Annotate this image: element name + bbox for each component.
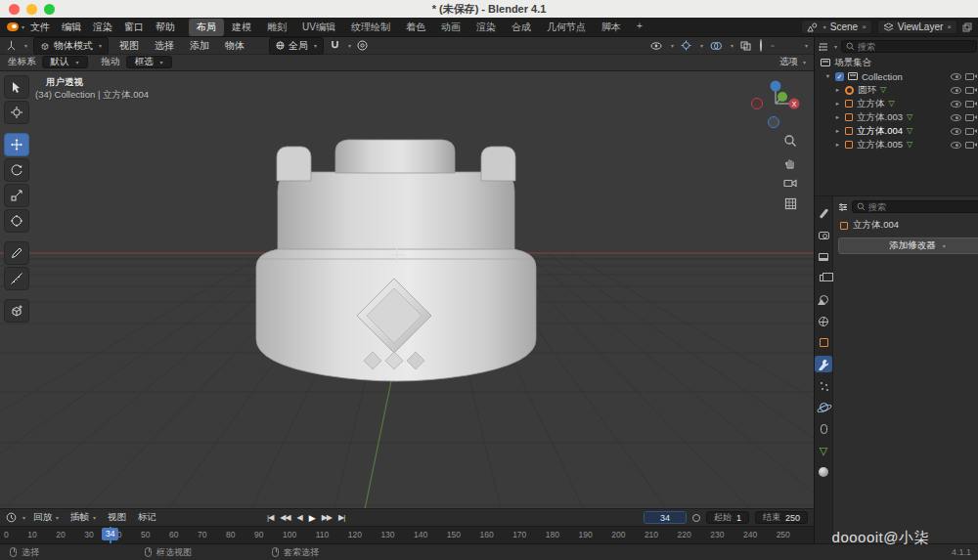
hide-viewport-icon[interactable]	[951, 101, 961, 108]
tab-world[interactable]	[815, 313, 832, 329]
shading-rendered-button[interactable]	[792, 45, 796, 47]
tool-annotate[interactable]	[4, 241, 29, 265]
tab-output[interactable]	[815, 248, 832, 265]
workspace-tab-layout[interactable]: 布局	[189, 19, 224, 36]
editor-type-timeline-icon[interactable]	[6, 512, 17, 523]
workspace-tab-texture-paint[interactable]: 纹理绘制	[343, 19, 398, 36]
hide-viewport-icon[interactable]	[951, 142, 961, 149]
workspace-tab-rendering[interactable]: 渲染	[468, 19, 504, 36]
current-frame-field[interactable]: 34	[644, 511, 687, 524]
toggle-ortho-icon[interactable]	[784, 197, 797, 210]
menu-file[interactable]: 文件	[24, 21, 56, 34]
proportional-editing-icon[interactable]	[357, 40, 368, 51]
auto-keying-icon[interactable]	[692, 514, 700, 522]
timeline-menu-playback[interactable]: 回放▾	[29, 511, 63, 524]
expand-icon[interactable]: ▸	[834, 141, 841, 149]
outliner-row-torus[interactable]: ▸ 圆环 ▽	[815, 83, 978, 97]
outliner-row-collection[interactable]: ▾ ✓ Collection	[815, 69, 978, 83]
editor-type-outliner-icon[interactable]	[819, 42, 828, 52]
tab-modifiers[interactable]	[815, 356, 832, 372]
shading-solid-button[interactable]	[771, 45, 775, 47]
next-keyframe-button[interactable]: ▶▶	[322, 513, 332, 522]
expand-icon[interactable]: ▸	[834, 127, 841, 135]
tab-object[interactable]	[815, 334, 832, 351]
tab-constraints[interactable]	[815, 420, 832, 437]
hide-viewport-icon[interactable]	[951, 73, 961, 80]
menu-edit[interactable]: 编辑	[56, 21, 87, 34]
scene-unlink-icon[interactable]: ×	[862, 22, 867, 31]
workspace-tab-geometry-nodes[interactable]: 几何节点	[539, 19, 594, 36]
menu-window[interactable]: 窗口	[118, 21, 150, 34]
drag-mode-dropdown[interactable]: 框选 ▾	[126, 56, 172, 68]
workspace-tab-modeling[interactable]: 建模	[224, 19, 259, 36]
tool-measure[interactable]	[4, 267, 29, 290]
disable-render-icon[interactable]	[965, 87, 974, 94]
disable-render-icon[interactable]	[965, 73, 974, 80]
viewport-3d[interactable]: 用户透视 (34) Collection | 立方体.004	[0, 71, 814, 508]
menu-help[interactable]: 帮助	[150, 21, 181, 34]
add-workspace-button[interactable]: +	[629, 19, 650, 36]
coord-system-dropdown[interactable]: 默认 ▾	[42, 56, 88, 68]
timeline-menu-keying[interactable]: 插帧▾	[67, 511, 100, 524]
gizmos-chevron-icon[interactable]: ▾	[700, 42, 703, 49]
visibility-dropdown-icon[interactable]	[650, 42, 662, 50]
frame-end-field[interactable]: 结束 250	[755, 511, 808, 524]
outliner-search-input[interactable]	[858, 42, 972, 52]
mode-dropdown[interactable]: 物体模式 ▾	[33, 37, 109, 55]
gizmos-toggle-icon[interactable]	[681, 40, 691, 51]
jump-to-start-button[interactable]: |◀	[267, 513, 273, 522]
tab-scene[interactable]	[815, 291, 832, 308]
blender-logo-icon[interactable]	[6, 22, 20, 32]
tab-particles[interactable]	[815, 377, 832, 394]
menu-add[interactable]: 添加	[185, 39, 214, 53]
timeline-editor-chevron-icon[interactable]: ▾	[22, 514, 25, 521]
editor-type-properties-icon[interactable]	[838, 202, 848, 212]
xray-toggle-icon[interactable]	[740, 41, 751, 51]
play-button[interactable]: ▶	[309, 513, 315, 523]
workspace-tab-compositing[interactable]: 合成	[504, 19, 539, 36]
tool-transform[interactable]	[4, 209, 29, 233]
shading-material-button[interactable]	[781, 45, 785, 47]
viewlayer-unlink-icon[interactable]: ×	[947, 22, 952, 31]
expand-icon[interactable]: ▸	[834, 113, 841, 121]
outliner-mode-chevron-icon[interactable]: ▾	[834, 43, 837, 50]
new-viewlayer-icon[interactable]	[962, 22, 972, 32]
shading-chevron-icon[interactable]: ▾	[805, 42, 808, 49]
properties-search[interactable]	[852, 200, 978, 213]
outliner-row-scene-collection[interactable]: 场景集合	[815, 56, 978, 69]
tool-cursor[interactable]	[4, 101, 29, 124]
camera-view-icon[interactable]	[783, 178, 797, 189]
tab-render[interactable]	[815, 227, 832, 243]
timeline-menu-view[interactable]: 视图	[104, 511, 130, 524]
snap-magnet-icon[interactable]	[330, 40, 340, 51]
tab-physics[interactable]	[815, 399, 832, 415]
tab-material[interactable]	[815, 463, 832, 480]
workspace-tab-animation[interactable]: 动画	[433, 19, 468, 36]
editor-type-viewport-icon[interactable]	[6, 40, 17, 51]
tab-object-data[interactable]: ▽	[815, 442, 832, 458]
play-reverse-button[interactable]: ◀	[297, 513, 302, 522]
tab-view-layer[interactable]	[815, 270, 832, 286]
tool-options[interactable]: 选项 ▾	[779, 56, 806, 68]
outliner-row-cube-005[interactable]: ▸ 立方体.005 ▽	[815, 138, 978, 151]
menu-select[interactable]: 选择	[150, 39, 179, 53]
frame-start-field[interactable]: 起始 1	[706, 511, 749, 524]
tool-move[interactable]	[4, 133, 29, 156]
navigation-gizmo[interactable]: X	[749, 77, 802, 130]
playhead-badge[interactable]: 34	[102, 528, 118, 540]
tool-add-cube[interactable]	[4, 299, 29, 323]
disable-render-icon[interactable]	[965, 101, 974, 108]
overlays-chevron-icon[interactable]: ▾	[731, 42, 734, 49]
disable-render-icon[interactable]	[965, 142, 974, 149]
outliner-search[interactable]	[841, 40, 977, 53]
visibility-chevron-icon[interactable]: ▾	[671, 42, 674, 49]
workspace-tab-shading[interactable]: 着色	[398, 19, 433, 36]
properties-search-input[interactable]	[868, 202, 978, 212]
collection-checkbox[interactable]: ✓	[835, 72, 844, 81]
tool-scale[interactable]	[4, 184, 29, 207]
timeline-menu-marker[interactable]: 标记	[134, 511, 160, 524]
disable-render-icon[interactable]	[965, 128, 974, 135]
viewlayer-selector[interactable]: ViewLayer ×	[877, 20, 957, 34]
menu-render[interactable]: 渲染	[87, 21, 118, 34]
collection-expand-icon[interactable]: ▾	[824, 72, 831, 80]
